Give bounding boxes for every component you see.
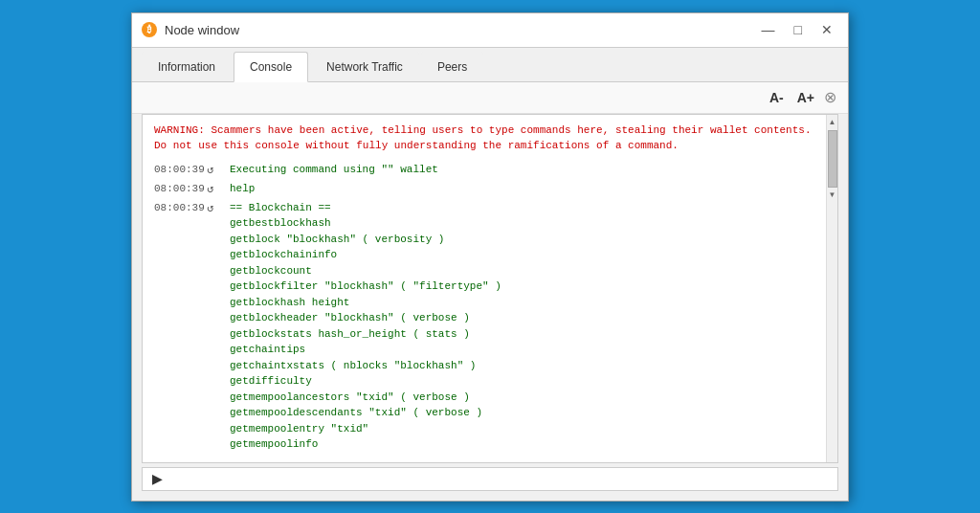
- console-input-area: ▶: [142, 467, 838, 491]
- maximize-button[interactable]: □: [789, 21, 808, 38]
- console-input[interactable]: [167, 473, 828, 484]
- log-icon-1: ↺: [207, 181, 226, 198]
- log-time-0: 08:00:39: [154, 162, 207, 178]
- minimize-button[interactable]: —: [756, 21, 781, 38]
- log-icon-0: ↺: [207, 162, 226, 179]
- title-bar: ₿ Node window — □ ✕: [132, 13, 848, 48]
- tab-information[interactable]: Information: [142, 52, 232, 81]
- warning-message: WARNING: Scammers have been active, tell…: [154, 123, 818, 154]
- decrease-font-button[interactable]: A-: [766, 88, 788, 107]
- tab-peers[interactable]: Peers: [421, 52, 483, 81]
- log-text-1: help: [230, 181, 255, 197]
- console-content: WARNING: Scammers have been active, tell…: [143, 115, 826, 462]
- log-text-2: == Blockchain == getbestblockhash getblo…: [230, 200, 501, 453]
- tab-console[interactable]: Console: [234, 52, 308, 82]
- app-icon: ₿: [142, 22, 157, 37]
- scroll-up-arrow[interactable]: ▲: [827, 117, 838, 128]
- console-output-area: WARNING: Scammers have been active, tell…: [142, 114, 838, 463]
- close-button[interactable]: ✕: [815, 21, 838, 38]
- clear-console-button[interactable]: ⊗: [824, 88, 836, 106]
- log-time-2: 08:00:39: [154, 200, 207, 216]
- prompt-symbol: ▶: [152, 472, 162, 486]
- tab-network-traffic[interactable]: Network Traffic: [310, 52, 419, 81]
- scroll-thumb[interactable]: [828, 130, 837, 188]
- log-entry-0: 08:00:39 ↺ Executing command using "" wa…: [154, 162, 818, 179]
- log-icon-2: ↺: [207, 200, 226, 217]
- window-controls: — □ ✕: [756, 21, 838, 38]
- node-window: ₿ Node window — □ ✕ Information Console …: [131, 12, 849, 502]
- log-entry-2: 08:00:39 ↺ == Blockchain == getbestblock…: [154, 200, 818, 453]
- increase-font-button[interactable]: A+: [793, 88, 818, 107]
- log-text-0: Executing command using "" wallet: [230, 162, 438, 178]
- scroll-down-arrow[interactable]: ▼: [827, 190, 838, 201]
- tab-bar: Information Console Network Traffic Peer…: [132, 48, 848, 82]
- log-entry-1: 08:00:39 ↺ help: [154, 181, 818, 198]
- log-time-1: 08:00:39: [154, 181, 207, 197]
- window-title: Node window: [165, 23, 756, 37]
- console-toolbar: A- A+ ⊗: [132, 82, 848, 114]
- scrollbar[interactable]: ▲ ▼: [826, 115, 837, 462]
